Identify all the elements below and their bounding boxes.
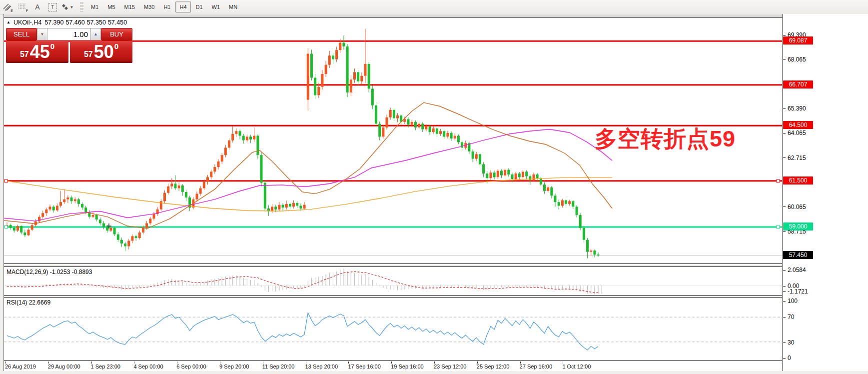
candle-body [106,227,108,230]
candle-body [142,228,144,232]
candle-body [411,122,413,125]
candle-body [486,174,488,178]
candle-body [579,215,582,228]
candle-body [497,170,499,177]
candle-body [20,226,22,232]
candle-body [364,64,367,76]
candle-body [95,215,98,220]
candle-body [9,225,12,228]
timeframe-button-d1[interactable]: D1 [192,2,207,12]
candle-body [256,136,259,155]
candle-body [203,182,205,188]
rsi-label: RSI(14) 22.6669 [6,299,50,306]
candle-body [332,56,334,59]
timeframe-button-m5[interactable]: M5 [103,2,119,12]
sell-price-panel[interactable]: 57 45 0 [6,41,68,63]
timeframe-button-w1[interactable]: W1 [208,2,224,12]
timeframe-button-h4[interactable]: H4 [175,2,190,12]
volume-decrease-button[interactable]: ▼ [37,28,47,40]
candle-body [346,46,349,92]
candle-body [31,225,33,230]
candle-body [407,119,410,124]
price-tick [783,158,786,158]
candle-body [70,198,73,201]
sell-price-sup: 0 [50,42,54,50]
volume-increase-button[interactable]: ▲ [90,28,101,40]
candle-body [292,203,295,206]
candle-body [23,232,26,236]
candle-body [109,228,112,231]
timeframe-button-m15[interactable]: M15 [120,2,139,12]
candle-body [124,244,126,246]
candle-body [561,200,564,206]
macd-scale-tick [783,292,786,292]
candle-body [325,65,327,74]
candle-body [443,131,445,136]
trendline-handle[interactable] [4,180,7,182]
buy-price-big: 50 [94,42,114,62]
candle-body [389,110,392,118]
candle-body [457,136,460,142]
fibonacci-retracement-icon[interactable]: F [15,0,29,14]
buy-button[interactable]: BUY [101,28,132,40]
buy-price-prefix: 57 [84,50,93,59]
candle-body [242,136,245,140]
time-label: 13 Sep 20:00 [305,364,338,370]
timeframe-button-m30[interactable]: M30 [140,2,158,12]
candle-body [583,228,585,240]
candle-body [271,206,273,211]
trendline-handle[interactable] [777,226,780,228]
sell-button[interactable]: SELL [6,28,37,40]
candle-body [432,128,435,132]
price-level-badge: 59.000 [783,222,813,230]
text-tool-icon[interactable]: A [30,0,44,14]
candle-body [529,176,531,180]
tool-sub-label: E [10,9,13,12]
rsi-scale-tick [783,317,786,318]
symbol-collapse-icon[interactable]: ▲ [6,20,10,26]
candle-body [296,203,298,206]
buy-price-panel[interactable]: 57 50 0 [70,41,132,63]
candle-body [554,196,557,202]
ohlc-close: 57.450 [108,19,127,26]
time-label: 26 Aug 2019 [5,364,36,370]
mt4-chart-screen: E F A T ▼ M1M5M15M30H1H4D1W1MN ▼ ▲ UKOil… [0,0,868,374]
trendline-handle[interactable] [4,226,7,228]
macd-panel[interactable]: MACD(12,26,9) -1.0253 -0.8893 [4,266,782,296]
candle-body [45,210,47,213]
toolbar-grip[interactable] [80,2,83,12]
candle-body [196,194,198,200]
candle-body [135,236,137,238]
candle-body [13,228,15,231]
timeframe-button-h1[interactable]: H1 [159,2,174,12]
volume-input[interactable] [47,28,90,40]
candle-body [350,80,352,92]
candle-body [393,110,395,118]
candle-body [597,254,600,256]
price-axis[interactable]: 69.39068.06565.39064.06562.71560.06558.7… [783,14,868,371]
candle-body [228,140,230,148]
candle-body [178,186,180,188]
time-label: 4 Sep 00:00 [133,364,163,370]
candle-body [425,126,427,130]
timeframe-button-mn[interactable]: MN [225,2,241,12]
candle-body [475,154,478,158]
ohlc-high: 57.460 [65,19,84,26]
time-label: 1 Sep 23:00 [91,364,120,370]
text-label-tool-icon[interactable]: T [45,0,59,14]
candle-body [224,148,227,155]
candle-body [59,202,62,206]
candle-body [74,200,76,202]
rsi-panel[interactable]: RSI(14) 22.6669 [4,297,782,361]
trendline-handle[interactable] [777,180,780,182]
time-axis[interactable]: 26 Aug 201929 Aug 00:001 Sep 23:004 Sep … [4,362,782,371]
time-label: 6 Sep 00:00 [176,364,206,370]
equidistant-channel-icon[interactable]: E [0,0,14,14]
time-label: 23 Sep 12:00 [434,364,466,370]
timeframe-button-m1[interactable]: M1 [87,2,102,12]
drawing-toolbar: E F A T ▼ M1M5M15M30H1H4D1W1MN [0,0,868,14]
arrow-styles-icon[interactable]: ▼ [60,0,74,14]
candle-body [507,170,510,174]
rsi-line [7,313,598,350]
time-label: 25 Sep 12:00 [477,364,509,370]
